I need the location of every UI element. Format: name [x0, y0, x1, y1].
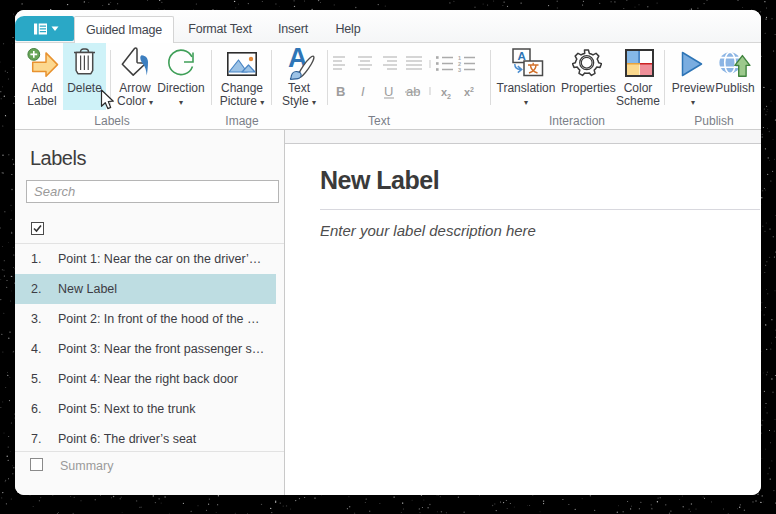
svg-text:B: B [336, 84, 345, 99]
svg-text:I: I [361, 84, 365, 99]
svg-text:U: U [384, 84, 393, 99]
svg-text:3: 3 [458, 66, 461, 72]
svg-text:2: 2 [447, 93, 451, 100]
svg-text:A: A [518, 50, 526, 62]
svg-text:2: 2 [470, 86, 474, 93]
